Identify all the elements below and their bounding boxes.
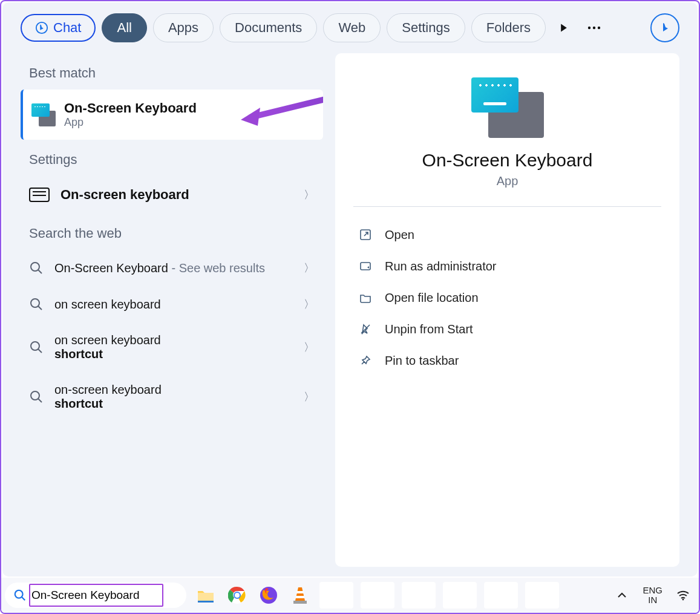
svg-point-6 (31, 299, 39, 307)
preview-subtitle: App (353, 174, 661, 188)
settings-item-label: On-screen keyboard (61, 187, 189, 203)
bing-icon (35, 21, 48, 34)
web-result-0[interactable]: On-Screen Keyboard - See web results 〉 (21, 250, 323, 286)
svg-point-2 (593, 27, 595, 29)
web-result-1[interactable]: on screen keyboard 〉 (21, 286, 323, 322)
on-screen-keyboard-app-icon (31, 103, 56, 126)
taskbar-app-placeholder[interactable] (484, 582, 518, 609)
tab-web[interactable]: Web (323, 13, 381, 42)
language-indicator[interactable]: ENGIN (643, 586, 662, 606)
chrome-icon[interactable] (225, 583, 249, 607)
unpin-icon (358, 322, 373, 336)
svg-line-11 (38, 399, 42, 402)
preview-title: On-Screen Keyboard (353, 150, 661, 171)
search-web-header: Search the web (29, 226, 323, 241)
taskbar-app-placeholder[interactable] (319, 582, 353, 609)
best-match-item[interactable]: On-Screen Keyboard App (21, 90, 323, 140)
search-icon (29, 297, 44, 312)
tab-settings[interactable]: Settings (387, 13, 465, 42)
svg-point-1 (588, 27, 590, 29)
svg-rect-17 (198, 593, 214, 601)
action-run-admin[interactable]: Run as administrator (353, 250, 661, 282)
svg-line-9 (38, 349, 42, 353)
best-match-header: Best match (29, 65, 323, 81)
svg-rect-18 (198, 601, 214, 603)
search-icon (29, 261, 44, 275)
tab-documents[interactable]: Documents (220, 13, 317, 42)
search-icon (13, 589, 27, 602)
web-result-label: on screen keyboard shortcut (54, 333, 161, 361)
chevron-right-icon: 〉 (304, 340, 315, 354)
open-icon (358, 227, 373, 242)
svg-point-21 (235, 593, 240, 598)
svg-rect-13 (361, 263, 370, 270)
preview-panel: On-Screen Keyboard App Open Run as admin… (335, 53, 679, 567)
search-results-panel: Chat All Apps Documents Web Settings Fol… (2, 2, 698, 576)
firefox-icon[interactable] (257, 583, 281, 607)
tray-overflow-icon[interactable] (610, 583, 634, 607)
on-screen-keyboard-app-icon-large (471, 77, 544, 138)
action-open-file-location[interactable]: Open file location (353, 282, 661, 313)
svg-rect-23 (296, 591, 304, 593)
taskbar-search[interactable] (5, 583, 186, 608)
content-area: Best match On-Screen Keyboard App Settin… (2, 53, 698, 567)
taskbar-app-placeholder[interactable] (361, 582, 394, 609)
annotation-arrow (240, 96, 323, 129)
settings-item-osk[interactable]: On-screen keyboard 〉 (21, 176, 323, 214)
web-result-3[interactable]: on-screen keyboard shortcut 〉 (21, 372, 323, 422)
svg-rect-24 (296, 596, 304, 598)
vlc-icon[interactable] (288, 583, 312, 607)
taskbar-app-placeholder[interactable] (402, 582, 436, 609)
svg-point-3 (598, 27, 600, 29)
settings-header: Settings (29, 152, 323, 168)
taskbar-search-input[interactable] (31, 589, 178, 602)
shield-icon (358, 259, 373, 273)
search-icon (29, 340, 44, 354)
chevron-right-icon: 〉 (304, 297, 315, 312)
svg-point-8 (31, 342, 39, 350)
action-label: Open file location (385, 291, 479, 305)
action-label: Run as administrator (385, 260, 497, 273)
action-pin-taskbar[interactable]: Pin to taskbar (353, 345, 661, 376)
svg-point-26 (682, 599, 684, 601)
system-tray: ENGIN (610, 583, 695, 607)
svg-point-10 (31, 391, 39, 400)
bing-icon (658, 21, 672, 35)
web-result-2[interactable]: on screen keyboard shortcut 〉 (21, 322, 323, 372)
action-label: Open (385, 228, 414, 242)
taskbar-app-placeholder[interactable] (525, 582, 559, 609)
tab-all[interactable]: All (102, 13, 146, 42)
web-result-label: On-Screen Keyboard - See web results (54, 261, 265, 275)
taskbar-app-placeholder[interactable] (443, 582, 477, 609)
taskbar: ENGIN (1, 578, 699, 613)
bing-badge[interactable] (650, 13, 679, 42)
pin-icon (358, 353, 373, 368)
best-match-subtitle: App (64, 116, 197, 129)
tab-chat[interactable]: Chat (21, 14, 96, 42)
tab-folders[interactable]: Folders (471, 13, 546, 42)
svg-line-16 (22, 597, 25, 601)
svg-line-7 (38, 306, 42, 310)
wifi-icon[interactable] (671, 583, 695, 607)
more-options-icon[interactable] (582, 16, 606, 40)
action-open[interactable]: Open (353, 219, 661, 250)
tab-apps[interactable]: Apps (153, 13, 214, 42)
folder-icon (358, 290, 373, 305)
file-explorer-icon[interactable] (194, 583, 218, 607)
tabs-row: Chat All Apps Documents Web Settings Fol… (2, 2, 698, 53)
svg-rect-25 (293, 601, 307, 604)
keyboard-icon (29, 188, 50, 202)
tabs-scroll-right-icon[interactable] (552, 16, 576, 40)
action-label: Pin to taskbar (385, 354, 459, 368)
tab-chat-label: Chat (53, 20, 81, 36)
action-unpin-start[interactable]: Unpin from Start (353, 313, 661, 345)
chevron-right-icon: 〉 (304, 390, 315, 404)
best-match-title: On-Screen Keyboard (64, 100, 197, 116)
web-result-label: on-screen keyboard shortcut (54, 383, 162, 411)
search-icon (29, 390, 44, 404)
svg-point-15 (15, 590, 23, 598)
web-result-label: on screen keyboard (54, 298, 161, 312)
divider (353, 206, 661, 207)
results-column: Best match On-Screen Keyboard App Settin… (21, 53, 323, 567)
action-label: Unpin from Start (385, 322, 473, 336)
